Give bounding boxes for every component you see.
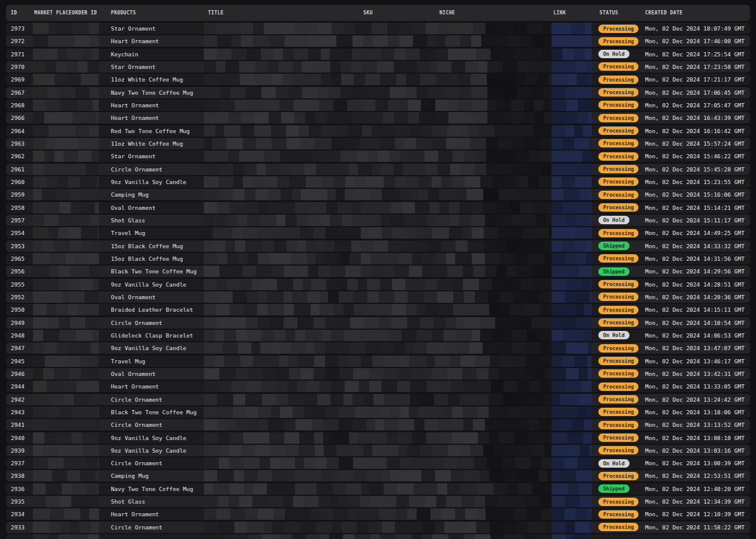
redacted-block	[465, 317, 480, 329]
redacted-block	[247, 522, 264, 533]
table-row[interactable]: 2955 9oz Vanilla Soy Candle Processing M…	[6, 279, 750, 290]
redacted-block	[269, 432, 284, 444]
redacted-block	[204, 534, 217, 539]
redacted-block	[500, 253, 516, 264]
redacted-block	[576, 61, 585, 73]
redacted-block	[248, 368, 263, 380]
table-row[interactable]: 2969 11oz White Coffee Mug Processing Mo…	[6, 74, 750, 85]
redacted-block	[89, 266, 99, 277]
table-row[interactable]: 2965 15oz Black Coffee Mug Processing Mo…	[6, 253, 750, 264]
table-row[interactable]: 2956 Black Two Tone Coffee Mug Shipped M…	[6, 266, 750, 277]
table-row[interactable]: 2946 Oval Ornament Processing Mon, 02 De…	[6, 368, 750, 380]
table-row[interactable]: 2938 Camping Mug Processing Mon, 02 Dec …	[6, 470, 750, 481]
redacted-block	[269, 112, 281, 124]
table-row[interactable]: 2941 Circle Ornament Processing Mon, 02 …	[6, 419, 750, 430]
redacted-block	[237, 317, 246, 329]
redacted-block	[470, 138, 486, 149]
redacted-block	[232, 227, 243, 239]
table-row[interactable]: 2947 9oz Vanilla Soy Candle Processing M…	[6, 342, 750, 354]
table-row[interactable]: 2967 Navy Two Tone Coffee Mug Processing…	[6, 87, 750, 98]
redacted-block	[230, 534, 239, 539]
table-row[interactable]: 2935 Shot Glass Processing Mon, 02 Dec 2…	[6, 496, 750, 507]
table-row[interactable]: 2970 Star Ornament Processing Mon, 02 De…	[6, 61, 750, 73]
redacted-block	[586, 534, 592, 539]
table-row[interactable]: 2961 Circle Ornament Processing Mon, 02 …	[6, 164, 750, 175]
redacted-block	[330, 496, 339, 507]
redacted-block	[309, 125, 321, 137]
table-row[interactable]: 2957 Shot Glass On Hold Mon, 02 Dec 2024…	[6, 215, 750, 226]
redacted-block	[241, 112, 254, 124]
redacted-block	[97, 176, 99, 188]
redacted-block	[212, 138, 227, 149]
table-row[interactable]: 2948 Glidelock Clasp Bracelet On Hold Mo…	[6, 330, 750, 341]
table-row[interactable]: 2960 9oz Vanilla Soy Candle Processing M…	[6, 176, 750, 188]
table-row[interactable]: 2958 Oval Ornament Processing Mon, 02 De…	[6, 202, 750, 213]
table-row[interactable]: 2945 Travel Mug Processing Mon, 02 Dec 2…	[6, 356, 750, 367]
redacted-block	[436, 74, 450, 85]
table-row[interactable]: 2940 9oz Vanilla Soy Candle Processing M…	[6, 432, 750, 444]
redacted-block	[294, 100, 310, 111]
redacted-block	[349, 496, 360, 507]
redacted-block	[77, 100, 93, 111]
redacted-block	[261, 49, 273, 60]
table-row[interactable]: 2950 Braided Leather Bracelet Processing…	[6, 304, 750, 315]
redacted-block	[353, 394, 365, 405]
table-row[interactable]: 2942 Circle Ornament Processing Mon, 02 …	[6, 394, 750, 405]
redacted-block	[246, 381, 261, 392]
redacted-block	[387, 457, 400, 469]
redacted-block	[272, 522, 285, 533]
table-row[interactable]: 2952 Oval Ornament Processing Mon, 02 De…	[6, 291, 750, 303]
redacted-block	[366, 419, 375, 430]
created-date-cell: Mon, 02 Dec 2024 14:20:36 GMT	[645, 291, 745, 303]
table-row[interactable]: 2971 Keychain On Hold Mon, 02 Dec 2024 1…	[6, 49, 750, 60]
redacted-block	[302, 61, 318, 73]
table-row[interactable]: 2944 Heart Ornament Processing Mon, 02 D…	[6, 381, 750, 392]
table-row[interactable]: 2963 11oz White Coffee Mug Processing Mo…	[6, 138, 750, 149]
redacted-block	[413, 23, 426, 34]
redacted-marketplace-orderid	[33, 49, 99, 60]
table-row[interactable]: 2972 Heart Ornament Processing Mon, 02 D…	[6, 35, 750, 47]
redacted-block	[579, 266, 592, 277]
redacted-block	[97, 457, 99, 469]
table-row[interactable]: 2964 Red Two Tone Coffee Mug Processing …	[6, 125, 750, 137]
redacted-block	[425, 279, 437, 290]
table-row[interactable]: 2939 9oz Vanilla Soy Candle Processing M…	[6, 445, 750, 456]
table-row[interactable]: 2937 Circle Ornament On Hold Mon, 02 Dec…	[6, 457, 750, 469]
redacted-block	[395, 138, 405, 149]
redacted-block	[399, 35, 413, 47]
redacted-block	[462, 227, 472, 239]
created-date-cell: Mon, 02 Dec 2024 17:05:47 GMT	[645, 100, 745, 111]
table-row[interactable]: 2959 Camping Mug Processing Mon, 02 Dec …	[6, 189, 750, 200]
redacted-block	[284, 304, 294, 315]
table-row[interactable]: 2943 Black Two Tone Coffee Mug Processin…	[6, 406, 750, 418]
redacted-block	[563, 330, 573, 341]
redacted-block	[357, 189, 370, 200]
redacted-block	[71, 291, 85, 303]
redacted-block	[510, 304, 526, 315]
table-row[interactable]: 2973 Star Ornament Processing Mon, 02 De…	[6, 23, 750, 34]
redacted-block	[565, 35, 580, 47]
redacted-block	[306, 534, 320, 539]
redacted-block	[341, 61, 350, 73]
redacted-title-sku-niche	[204, 253, 552, 264]
redacted-block	[325, 253, 339, 264]
redacted-block	[575, 176, 586, 188]
redacted-block	[477, 381, 490, 392]
redacted-block	[552, 394, 560, 405]
redacted-block	[406, 61, 417, 73]
redacted-block	[261, 330, 274, 341]
table-row[interactable]: 2949 Circle Ornament Processing Mon, 02 …	[6, 317, 750, 329]
table-row[interactable]: 2933 Circle Ornament Processing Mon, 02 …	[6, 522, 750, 533]
table-row[interactable]: 2962 Star Ornament Processing Mon, 02 De…	[6, 150, 750, 162]
order-id-cell: 2968	[11, 100, 25, 111]
table-row[interactable]: 2953 15oz Black Coffee Mug Shipped Mon, …	[6, 240, 750, 252]
redacted-marketplace-orderid	[33, 342, 99, 354]
table-row[interactable]: 2954 Travel Mug Processing Mon, 02 Dec 2…	[6, 227, 750, 239]
table-row[interactable]: 2968 Heart Ornament Processing Mon, 02 D…	[6, 100, 750, 111]
redacted-block	[341, 87, 351, 98]
table-row[interactable]: 2966 Heart Ornament Processing Mon, 02 D…	[6, 112, 750, 124]
table-row[interactable]: 2936 Navy Two Tone Coffee Mug Shipped Mo…	[6, 483, 750, 495]
table-row[interactable]	[6, 534, 750, 539]
redacted-block	[361, 240, 374, 252]
table-row[interactable]: 2934 Heart Ornament Processing Mon, 02 D…	[6, 508, 750, 520]
